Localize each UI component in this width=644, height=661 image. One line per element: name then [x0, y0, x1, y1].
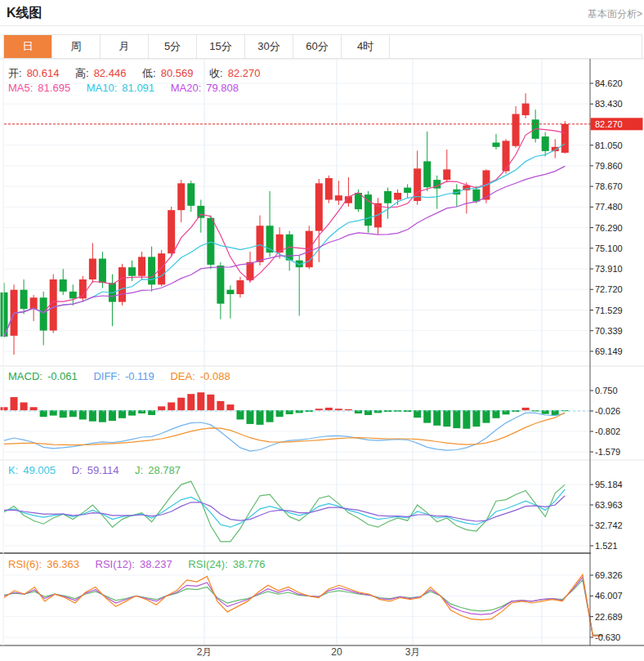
rsi24-value: 38.776 — [233, 558, 266, 570]
axis-tick-label: 69.326 — [595, 570, 623, 580]
macd-bar — [472, 410, 480, 427]
candle — [384, 191, 391, 203]
candle — [99, 259, 106, 284]
macd-bar — [266, 410, 274, 422]
candle — [394, 193, 401, 199]
rsi12-label: RSI(12): — [96, 558, 135, 570]
candle — [89, 259, 96, 279]
tab-60min[interactable]: 60分 — [293, 35, 342, 58]
rsi6-label: RSI(6): — [8, 558, 42, 570]
candle — [207, 218, 214, 265]
macd-bar — [217, 401, 224, 410]
candle — [542, 136, 549, 151]
tab-30min[interactable]: 30分 — [245, 35, 293, 58]
candle — [503, 141, 510, 171]
macd-layer — [1, 392, 591, 451]
candle — [148, 257, 155, 284]
axis-tick-label: 81.050 — [595, 141, 623, 150]
axis-tick-label: -0.630 — [595, 632, 620, 642]
fundamental-analysis-link[interactable]: 基本面分析> — [588, 7, 642, 21]
candle — [315, 183, 323, 230]
candle — [236, 280, 244, 294]
candle — [423, 161, 431, 187]
macd-bar — [522, 408, 530, 410]
axis-tick-label: -1.579 — [595, 447, 620, 457]
macd-info-row: MACD:-0.061 DIFF:-0.119 DEA:-0.088 — [8, 370, 235, 382]
period-tab-bar: 日 周 月 5分 15分 30分 60分 4时 — [3, 34, 642, 59]
axis-tick-label: 83.430 — [595, 99, 623, 109]
macd-bar — [453, 410, 460, 428]
j-value: 28.787 — [148, 464, 181, 476]
axis-tick-label: 79.860 — [595, 161, 623, 171]
candle — [69, 292, 77, 298]
candle — [138, 257, 145, 275]
macd-bar — [187, 394, 195, 410]
macd-bar — [119, 410, 126, 418]
axis-tick-label: 78.670 — [595, 181, 623, 191]
d-value: 59.114 — [87, 464, 119, 476]
candle — [168, 210, 175, 253]
rsi6-value: 36.363 — [47, 558, 79, 570]
ma5-value: 81.695 — [38, 82, 70, 94]
tab-15min[interactable]: 15分 — [197, 35, 245, 58]
axis-tick-label: 73.910 — [595, 264, 623, 274]
candle — [187, 183, 195, 206]
tab-5min[interactable]: 5分 — [149, 35, 197, 58]
axis-tick-label: 77.480 — [595, 202, 623, 212]
last-price-label: 82.270 — [595, 119, 623, 129]
ma10-label: MA10: — [87, 82, 118, 94]
axis-tick-label: 76.290 — [595, 223, 623, 233]
macd-bar — [197, 392, 204, 410]
macd-bar — [226, 404, 234, 410]
x-axis-label: 3月 — [405, 646, 421, 658]
dea-line — [4, 413, 565, 445]
macd-bar — [423, 410, 431, 422]
open-value: 80.614 — [27, 67, 60, 79]
close-value: 82.270 — [228, 67, 261, 79]
kdj-info-row: K:49.005 D:59.114 J:28.787 — [8, 464, 186, 476]
macd-bar — [257, 410, 264, 425]
tab-day[interactable]: 日 — [4, 35, 52, 58]
x-axis-label: 2月 — [197, 646, 212, 658]
candle — [217, 266, 224, 304]
high-value: 82.446 — [94, 67, 127, 79]
low-value: 80.569 — [161, 67, 194, 79]
macd-bar — [345, 409, 352, 410]
candles-layer — [1, 93, 569, 355]
dea-value: -0.088 — [200, 370, 230, 382]
macd-value: -0.061 — [47, 370, 78, 382]
macd-bar — [168, 402, 175, 410]
price-axis: 84.62083.43082.27081.05079.86078.67077.4… — [590, 78, 623, 642]
macd-bar — [99, 410, 106, 422]
macd-bar — [60, 410, 67, 418]
high-label: 高: — [75, 67, 89, 79]
axis-tick-label: 75.100 — [595, 243, 623, 253]
candle — [512, 114, 520, 146]
tab-month[interactable]: 月 — [101, 35, 149, 58]
macd-bar — [414, 410, 421, 418]
k-value: 49.005 — [23, 464, 56, 476]
close-label: 收: — [209, 67, 223, 79]
candle — [472, 190, 480, 202]
candle — [128, 267, 136, 276]
axis-tick-label: 70.339 — [595, 326, 623, 336]
macd-bar — [493, 410, 500, 418]
rsi12-line — [4, 578, 603, 636]
axis-tick-label: 71.529 — [595, 306, 623, 315]
macd-bar — [30, 407, 38, 410]
tab-4hour[interactable]: 4时 — [342, 35, 390, 58]
candle — [247, 262, 254, 280]
candle — [404, 188, 411, 193]
macd-bar — [325, 408, 333, 410]
tab-week[interactable]: 周 — [52, 35, 101, 58]
j-label: J: — [135, 464, 143, 476]
axis-tick-label: 69.149 — [595, 346, 623, 356]
candle — [325, 178, 333, 200]
page-title: K线图 — [7, 5, 42, 22]
macd-bar — [158, 406, 165, 410]
candle — [226, 290, 234, 294]
candle — [257, 226, 264, 262]
candle — [30, 297, 38, 309]
rsi-layer — [4, 574, 603, 636]
candle — [522, 104, 530, 115]
